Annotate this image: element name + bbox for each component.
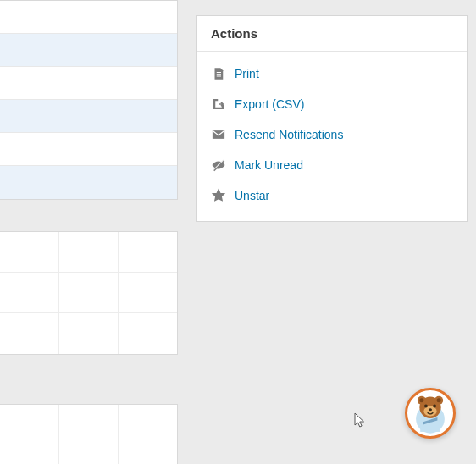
- table-cell: [0, 313, 59, 354]
- svg-point-14: [429, 408, 432, 411]
- table-cell: [0, 232, 59, 272]
- tertiary-table-fragment: [0, 404, 178, 464]
- action-mark-unread[interactable]: Mark Unread: [197, 150, 467, 180]
- svg-point-12: [424, 405, 428, 408]
- action-resend-notifications[interactable]: Resend Notifications: [197, 119, 467, 150]
- svg-point-13: [433, 405, 436, 408]
- table-cell: [119, 405, 177, 445]
- list-row[interactable]: [0, 1, 177, 34]
- list-row[interactable]: [0, 100, 177, 133]
- action-label: Unstar: [235, 189, 269, 202]
- table-row: [0, 273, 177, 313]
- mail-icon: [211, 127, 226, 142]
- action-export[interactable]: Export (CSV): [197, 89, 467, 119]
- list-row[interactable]: [0, 34, 177, 67]
- table-cell: [59, 232, 119, 272]
- table-cell: [119, 313, 177, 354]
- file-icon: [211, 66, 226, 81]
- table-cell: [59, 445, 119, 464]
- action-unstar[interactable]: Unstar: [197, 180, 467, 211]
- eye-off-icon: [211, 157, 226, 173]
- table-cell: [59, 273, 119, 312]
- table-row: [0, 445, 177, 464]
- table-row: [0, 313, 177, 354]
- table-cell: [0, 445, 59, 464]
- table-row: [0, 232, 177, 273]
- list-row[interactable]: [0, 166, 177, 199]
- table-cell: [119, 445, 177, 464]
- table-cell: [0, 405, 59, 445]
- star-icon: [211, 188, 226, 203]
- secondary-table-fragment: [0, 231, 178, 355]
- action-label: Export (CSV): [235, 97, 304, 111]
- entries-list-fragment: [0, 0, 178, 200]
- table-cell: [119, 273, 177, 312]
- actions-panel: Actions Print Export (CSV): [196, 15, 468, 222]
- svg-point-10: [437, 398, 441, 402]
- action-label: Print: [235, 67, 259, 80]
- export-icon: [211, 97, 226, 112]
- help-mascot-button[interactable]: [405, 388, 456, 439]
- svg-point-9: [419, 398, 423, 402]
- table-row: [0, 405, 177, 445]
- table-cell: [119, 232, 177, 272]
- table-cell: [59, 313, 119, 354]
- action-label: Resend Notifications: [235, 128, 343, 141]
- cursor-icon: [352, 412, 369, 428]
- table-cell: [0, 273, 59, 312]
- table-cell: [59, 405, 119, 445]
- actions-list: Print Export (CSV) Resend Notifications: [197, 52, 467, 221]
- list-row[interactable]: [0, 67, 177, 100]
- actions-panel-title: Actions: [197, 16, 467, 52]
- action-print[interactable]: Print: [197, 58, 467, 89]
- action-label: Mark Unread: [235, 158, 303, 172]
- list-row[interactable]: [0, 133, 177, 166]
